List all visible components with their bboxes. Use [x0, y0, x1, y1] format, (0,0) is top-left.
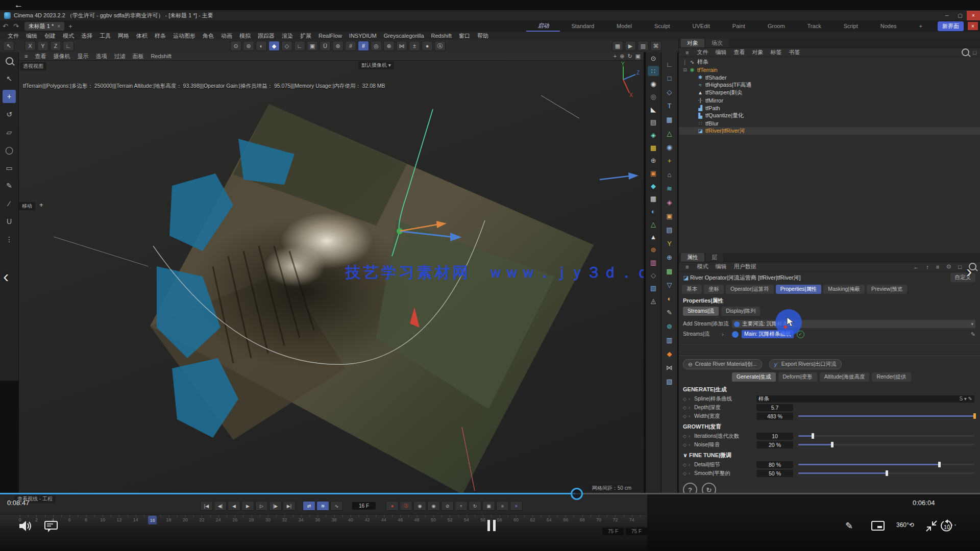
dock-icon[interactable]: ⋈ [664, 362, 675, 372]
dock-icon[interactable]: ▤ [664, 224, 675, 235]
search-icon[interactable] [962, 48, 969, 56]
mode-tab-button[interactable]: Generate|生成 [732, 372, 776, 382]
object-row[interactable]: ▲tfSharpen|刺尖✕ [679, 89, 980, 96]
toolbar-icon[interactable]: ∟ [294, 41, 305, 51]
player-progress-handle[interactable] [571, 488, 583, 500]
tool-icon[interactable]: ✎ [3, 179, 16, 192]
transport-button[interactable]: ◀| [214, 501, 227, 511]
toolbar-icon[interactable]: ◐ [256, 41, 267, 51]
dock-icon[interactable]: ≋ [664, 183, 675, 193]
dock-icon[interactable]: ▩ [648, 142, 659, 153]
record-button[interactable]: ⊘ [441, 501, 454, 511]
attr-nav-icon[interactable]: ⊙ [943, 263, 954, 270]
tab-objects[interactable]: 对象 [681, 39, 704, 47]
menu-item[interactable]: Redshift [428, 33, 455, 39]
dock-icon[interactable]: ∷ [648, 66, 659, 76]
om-burger-icon[interactable]: ≡ [682, 49, 692, 56]
dock-icon[interactable]: ◎ [648, 91, 659, 102]
dock-icon[interactable]: ∟ [664, 59, 675, 69]
viewport[interactable]: ≡ 查看摄像机显示选项过滤面板Redshift +⊕↻▣ 透视视图 默认摄像机 … [19, 52, 644, 494]
dock-icon[interactable]: T [664, 101, 675, 111]
axis-lock-y[interactable]: Y [37, 41, 48, 51]
object-row[interactable]: ∷tfBlur✕ [679, 119, 980, 127]
volume-icon[interactable] [18, 519, 33, 533]
dock-icon[interactable]: ⊚ [648, 244, 659, 255]
create-river-material-button[interactable]: ⊖ Create River Material|创... [683, 359, 762, 369]
dock-icon[interactable]: ◣ [648, 104, 659, 114]
menu-item[interactable]: RealFlow [315, 33, 346, 39]
record-button[interactable]: Ⓐ [400, 501, 412, 511]
transport-button[interactable]: ◀ [228, 501, 240, 511]
slider-handle[interactable] [812, 433, 814, 439]
timeline-toggle[interactable]: ≋ [316, 501, 329, 511]
dock-icon[interactable]: ◐ [648, 206, 659, 216]
param-value-field[interactable]: 483 % [756, 413, 793, 420]
dock-icon[interactable]: ◉ [648, 79, 659, 89]
maximize-button[interactable]: ▢ [953, 11, 967, 20]
om-menu-item[interactable]: 书签 [785, 48, 803, 56]
om-menu-item[interactable]: 对象 [748, 48, 767, 56]
param-slider[interactable] [798, 415, 974, 417]
keyframe-dot-icon[interactable]: ◇ [683, 471, 689, 476]
param-expander-icon[interactable]: › [689, 471, 694, 476]
toolbar-icon[interactable]: ⊕ [383, 41, 395, 51]
pause-icon[interactable] [486, 518, 497, 533]
menu-item[interactable]: 跟踪器 [254, 32, 278, 40]
dock-icon[interactable]: ⊙ [648, 53, 659, 63]
dock-icon[interactable]: ▤ [648, 117, 659, 127]
record-button[interactable]: ◉ [427, 501, 440, 511]
menu-item[interactable]: 模拟 [236, 32, 254, 40]
current-frame-field[interactable]: 16 F [352, 502, 376, 510]
dock-icon[interactable]: ▩ [664, 266, 675, 276]
tool-icon[interactable]: ↺ [3, 108, 16, 121]
axis-lock-x[interactable]: X [24, 41, 36, 51]
dock-icon[interactable]: ◇ [648, 270, 659, 280]
menu-item[interactable]: 动画 [217, 32, 236, 40]
record-button[interactable]: + [455, 501, 468, 511]
cursor-tool-icon[interactable]: ↖ [3, 41, 14, 51]
dock-icon[interactable]: ⊕ [648, 155, 659, 165]
dock-icon[interactable]: △ [648, 219, 659, 229]
toolbar-icon[interactable]: ◎ [371, 41, 382, 51]
object-row[interactable]: ◪tfRiver|tfRiver河✓ [679, 127, 980, 135]
tab-takes[interactable]: 场次 [705, 39, 729, 47]
exit-fullscreen-icon[interactable] [925, 519, 938, 533]
dock-icon[interactable]: ▽ [664, 280, 675, 290]
subtitle-icon[interactable] [871, 519, 885, 533]
menu-item[interactable]: 网格 [114, 32, 133, 40]
dock-icon[interactable]: ◬ [648, 295, 659, 306]
record-button[interactable]: ≡ [496, 501, 509, 511]
dock-icon[interactable]: ⊕ [664, 252, 675, 262]
attr-tab-button[interactable]: 坐标 [704, 285, 724, 294]
attr-tab-button[interactable]: Operator|运算符 [726, 285, 774, 294]
transport-button[interactable]: ▷ [255, 501, 268, 511]
stream-tab-button[interactable]: Streams|流 [683, 307, 719, 316]
tool-icon[interactable]: + [3, 90, 16, 103]
filter-icon[interactable]: □ [973, 49, 976, 56]
param-slider[interactable] [798, 464, 974, 465]
mode-tab-button[interactable]: Deform|变形 [778, 372, 817, 382]
tool-icon[interactable]: ∕ [3, 197, 16, 210]
document-tab[interactable]: 未标题 1 * × [24, 22, 64, 31]
attr-menu-item[interactable]: 编辑 [712, 263, 730, 270]
dock-icon[interactable]: ⌂ [664, 169, 675, 180]
menu-item[interactable]: 样条 [151, 32, 169, 40]
menu-item[interactable]: 模式 [59, 32, 78, 40]
param-expander-icon[interactable]: › [689, 434, 694, 439]
keyframe-dot-icon[interactable]: ◇ [683, 396, 689, 402]
current-frame-marker[interactable]: 16 [148, 516, 157, 524]
param-expander-icon[interactable]: › [689, 414, 694, 419]
new-ui-button[interactable]: 新界面 [938, 21, 964, 31]
add-stream-dropdown[interactable]: 主要河流: 沉降样条线 ▾ [732, 320, 975, 328]
record-button[interactable]: × [510, 501, 523, 511]
dock-icon[interactable]: ◇ [664, 87, 675, 97]
toolbar-icon[interactable]: # [345, 41, 356, 51]
tab-layers[interactable]: 层 [705, 253, 723, 262]
close-button[interactable]: × [967, 11, 980, 20]
undo-icon[interactable]: ↶ [0, 22, 11, 30]
attr-tab-button[interactable]: Masking|掩蔽 [823, 285, 865, 294]
toolbar-icon[interactable]: Ⓐ [434, 41, 446, 51]
player-prev-chevron[interactable]: ‹ [3, 266, 9, 286]
dock-icon[interactable]: ◆ [664, 348, 675, 359]
param-section-title[interactable]: ∨ FINE TUNE|微调 [679, 449, 980, 460]
